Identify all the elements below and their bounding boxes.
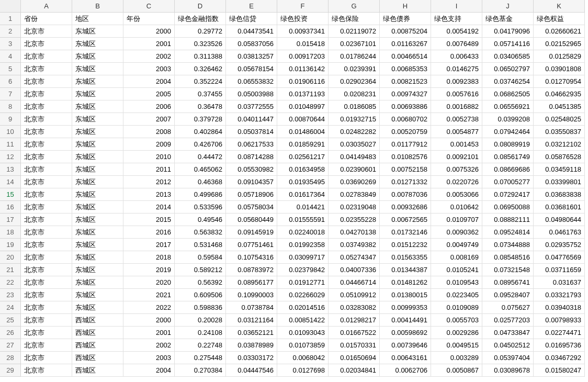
cell-district: 东城区: [72, 264, 123, 276]
cell-value: 0.01695736: [534, 339, 585, 352]
cell-value: 0.0461763: [534, 226, 585, 239]
cell-value: 0.0186085: [329, 100, 380, 113]
row-header-1[interactable]: 1: [0, 13, 21, 25]
cell-value: 0.03711659: [534, 264, 585, 276]
row-header-26[interactable]: 26: [0, 327, 21, 339]
cell-year: 2002: [123, 50, 175, 63]
row-header-22[interactable]: 22: [0, 276, 21, 289]
row-header-27[interactable]: 27: [0, 339, 21, 352]
col-header-G[interactable]: G: [329, 0, 380, 13]
cell-value: 0.01563355: [380, 251, 431, 264]
row-header-18[interactable]: 18: [0, 226, 21, 239]
row-header-23[interactable]: 23: [0, 289, 21, 301]
cell-value: 0.426706: [175, 138, 226, 151]
cell-district: 东城区: [72, 214, 123, 226]
row-header-10[interactable]: 10: [0, 126, 21, 138]
cell-value: 0.03089678: [482, 364, 534, 377]
cell-year: 2016: [123, 226, 175, 239]
col-header-I[interactable]: I: [431, 0, 482, 13]
cell-value: 0.05530982: [226, 163, 277, 176]
cell-value: 0.10990003: [226, 289, 277, 301]
row-header-25[interactable]: 25: [0, 314, 21, 327]
cell-value: 0.0068042: [277, 352, 329, 364]
header-cell: 绿色基金: [482, 13, 534, 25]
cell-value: 0.05397404: [482, 352, 534, 364]
row-header-6[interactable]: 6: [0, 75, 21, 88]
col-header-C[interactable]: C: [123, 0, 175, 13]
col-header-H[interactable]: H: [380, 0, 431, 13]
cell-value: 0.07751461: [226, 239, 277, 251]
cell-province: 北京市: [21, 301, 72, 314]
cell-value: 0.015418: [277, 38, 329, 50]
row-header-2[interactable]: 2: [0, 25, 21, 38]
col-header-F[interactable]: F: [277, 0, 329, 13]
header-cell: 绿色债券: [380, 13, 431, 25]
row-header-11[interactable]: 11: [0, 138, 21, 151]
cell-value: 0.02274471: [534, 327, 585, 339]
cell-value: 0.02152965: [534, 38, 585, 50]
row-header-21[interactable]: 21: [0, 264, 21, 276]
cell-district: 西城区: [72, 352, 123, 364]
cell-value: 0.05718906: [226, 188, 277, 201]
cell-value: 0.0223405: [431, 289, 482, 301]
col-header-D[interactable]: D: [175, 0, 226, 13]
row-header-13[interactable]: 13: [0, 163, 21, 176]
row-header-29[interactable]: 29: [0, 364, 21, 377]
cell-value: 0.01580247: [534, 364, 585, 377]
cell-district: 西城区: [72, 327, 123, 339]
row-header-20[interactable]: 20: [0, 251, 21, 264]
cell-value: 0.014421: [277, 201, 329, 214]
row-header-16[interactable]: 16: [0, 201, 21, 214]
row-header-14[interactable]: 14: [0, 176, 21, 188]
row-header-5[interactable]: 5: [0, 63, 21, 75]
row-header-15[interactable]: 15: [0, 188, 21, 201]
cell-value: 0.01570331: [329, 339, 380, 352]
row-header-4[interactable]: 4: [0, 50, 21, 63]
row-header-3[interactable]: 3: [0, 38, 21, 50]
cell-province: 北京市: [21, 251, 72, 264]
cell-value: 0.01512232: [380, 239, 431, 251]
cell-value: 0.04776569: [534, 251, 585, 264]
cell-value: 0.01786244: [329, 50, 380, 63]
cell-value: 0.533596: [175, 201, 226, 214]
row-header-19[interactable]: 19: [0, 239, 21, 251]
row-header-12[interactable]: 12: [0, 151, 21, 163]
cell-value: 0.01093043: [277, 327, 329, 339]
cell-province: 北京市: [21, 25, 72, 38]
cell-value: 0.03772555: [226, 100, 277, 113]
row-header-28[interactable]: 28: [0, 352, 21, 364]
cell-district: 东城区: [72, 239, 123, 251]
header-cell: 绿色金融指数: [175, 13, 226, 25]
col-header-B[interactable]: B: [72, 0, 123, 13]
cell-value: 0.05714116: [482, 38, 534, 50]
col-header-E[interactable]: E: [226, 0, 277, 13]
cell-province: 北京市: [21, 352, 72, 364]
cell-value: 0.275448: [175, 352, 226, 364]
spreadsheet-grid[interactable]: ABCDEFGHIJK1省份地区年份绿色金融指数绿色信贷绿色投资绿色保险绿色债券…: [0, 0, 588, 377]
row-header-24[interactable]: 24: [0, 301, 21, 314]
col-header-K[interactable]: K: [534, 0, 585, 13]
cell-value: 0.0054877: [431, 126, 482, 138]
col-header-J[interactable]: J: [482, 0, 534, 13]
header-cell: 绿色信贷: [226, 13, 277, 25]
cell-value: 0.01667522: [329, 327, 380, 339]
cell-value: 0.44472: [175, 151, 226, 163]
row-header-9[interactable]: 9: [0, 113, 21, 126]
cell-value: 0.02660621: [534, 25, 585, 38]
row-header-7[interactable]: 7: [0, 88, 21, 100]
cell-value: 0.05876528: [534, 151, 585, 163]
corner-select-all[interactable]: [0, 0, 21, 13]
cell-year: 2012: [123, 176, 175, 188]
header-cell: 地区: [72, 13, 123, 25]
col-header-A[interactable]: A: [21, 0, 72, 13]
row-header-17[interactable]: 17: [0, 214, 21, 226]
cell-district: 西城区: [72, 314, 123, 327]
cell-district: 东城区: [72, 113, 123, 126]
cell-value: 0.04733847: [482, 327, 534, 339]
cell-year: 2020: [123, 276, 175, 289]
cell-year: 2021: [123, 289, 175, 301]
cell-value: 0.006433: [431, 50, 482, 63]
cell-value: 0.01371193: [277, 88, 329, 100]
row-header-8[interactable]: 8: [0, 100, 21, 113]
cell-value: 0.0092383: [431, 75, 482, 88]
